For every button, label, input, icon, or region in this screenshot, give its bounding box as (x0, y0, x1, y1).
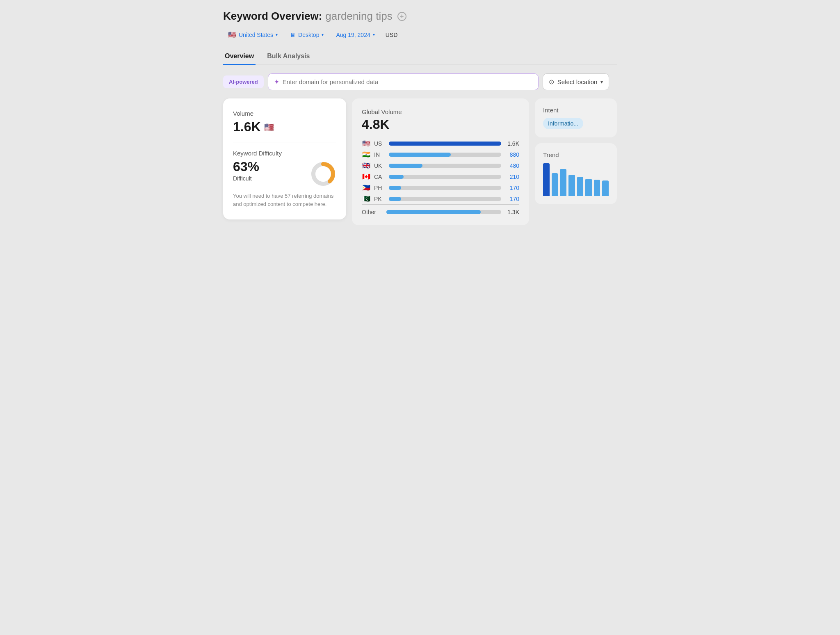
trend-bar-4 (577, 177, 584, 196)
bar-fill-PH (389, 186, 401, 190)
country-volume-CA: 210 (504, 174, 519, 180)
volume-flag: 🇺🇸 (264, 122, 274, 132)
country-volume-PK: 170 (504, 196, 519, 202)
country-code-PK: PK (374, 196, 386, 202)
bar-container-US (389, 142, 501, 146)
kd-donut-chart (310, 161, 336, 187)
ai-bar: AI-powered ✦ ⊙ Select location ▾ (223, 73, 617, 90)
country-flag-PK: 🇵🇰 (362, 195, 371, 203)
intent-label: Intent (543, 107, 609, 114)
volume-label: Volume (233, 110, 336, 117)
country-code-UK: UK (374, 162, 386, 169)
country-row: 🇮🇳 IN 880 (362, 151, 519, 158)
device-filter-button[interactable]: 🖥 Desktop ▾ (285, 29, 329, 41)
trend-bar-3 (568, 175, 575, 196)
country-flag-CA: 🇨🇦 (362, 173, 371, 180)
country-volume-PH: 170 (504, 185, 519, 191)
domain-input-wrapper[interactable]: ✦ (268, 73, 539, 90)
kd-row: 63% Difficult (233, 159, 336, 187)
bar-container-IN (389, 153, 501, 157)
device-chevron-icon: ▾ (322, 32, 324, 37)
country-chevron-icon: ▾ (276, 32, 278, 37)
country-code-CA: CA (374, 174, 386, 180)
country-flag-IN: 🇮🇳 (362, 151, 371, 158)
tab-bulk-analysis[interactable]: Bulk Analysis (265, 48, 311, 65)
bar-fill-CA (389, 175, 404, 179)
trend-bar-2 (560, 169, 566, 196)
global-volume-label: Global Volume (362, 108, 519, 115)
trend-bars (543, 163, 609, 196)
other-volume: 1.3K (504, 209, 519, 215)
sparkle-icon: ✦ (274, 78, 279, 86)
location-chevron-icon: ▾ (600, 79, 603, 85)
country-row: 🇵🇭 PH 170 (362, 184, 519, 192)
country-flag-PH: 🇵🇭 (362, 184, 371, 192)
kd-info: 63% Difficult (233, 159, 303, 182)
country-row: 🇬🇧 UK 480 (362, 162, 519, 169)
location-icon: ⊙ (549, 78, 554, 86)
trend-bar-6 (594, 180, 600, 196)
currency-label: USD (382, 29, 401, 41)
kd-percent: 63% (233, 159, 303, 174)
filter-bar: 🇺🇸 United States ▾ 🖥 Desktop ▾ Aug 19, 2… (223, 28, 617, 41)
intent-badge: Informatio... (543, 118, 583, 129)
country-filter-button[interactable]: 🇺🇸 United States ▾ (223, 28, 283, 41)
location-label: Select location (557, 78, 598, 85)
trend-bar-1 (552, 173, 558, 196)
tab-overview[interactable]: Overview (223, 48, 256, 65)
right-cards: Intent Informatio... Trend (535, 98, 617, 204)
bar-fill-IN (389, 153, 451, 157)
ai-powered-badge: AI-powered (223, 75, 264, 88)
date-filter-button[interactable]: Aug 19, 2024 ▾ (331, 29, 379, 41)
device-icon: 🖥 (290, 32, 296, 38)
title-static-text: Keyword Overview: (223, 10, 322, 23)
date-label: Aug 19, 2024 (336, 32, 370, 38)
device-label: Desktop (298, 32, 319, 38)
country-row: 🇺🇸 US 1.6K (362, 139, 519, 147)
bar-container-PH (389, 186, 501, 190)
country-row: 🇨🇦 CA 210 (362, 173, 519, 180)
kd-label: Keyword Difficulty (233, 150, 336, 157)
other-bar-fill (386, 210, 481, 214)
trend-label: Trend (543, 151, 609, 158)
volume-value: 1.6K 🇺🇸 (233, 119, 336, 135)
card-divider (233, 142, 336, 142)
add-keyword-icon[interactable]: + (397, 12, 406, 21)
page-title: Keyword Overview: gardening tips + (223, 10, 617, 23)
trend-bar-0 (543, 163, 550, 196)
country-code-PH: PH (374, 185, 386, 191)
country-volume-IN: 880 (504, 151, 519, 158)
volume-kd-card: Volume 1.6K 🇺🇸 Keyword Difficulty 63% Di… (223, 98, 346, 219)
other-bar-container (386, 210, 501, 214)
country-rows: 🇺🇸 US 1.6K 🇮🇳 IN 880 🇬🇧 UK 480 🇨🇦 CA (362, 139, 519, 203)
country-label: United States (239, 32, 273, 38)
country-code-IN: IN (374, 151, 386, 158)
keyword-text: gardening tips (325, 10, 392, 23)
bar-fill-PK (389, 197, 401, 201)
cards-row: Volume 1.6K 🇺🇸 Keyword Difficulty 63% Di… (223, 98, 617, 225)
global-volume-value: 4.8K (362, 117, 519, 132)
trend-bar-5 (585, 179, 592, 196)
intent-card: Intent Informatio... (535, 98, 617, 137)
bar-container-UK (389, 164, 501, 168)
location-select-button[interactable]: ⊙ Select location ▾ (543, 73, 609, 90)
bar-fill-UK (389, 164, 422, 168)
bar-container-PK (389, 197, 501, 201)
country-code-US: US (374, 140, 386, 147)
kd-description: You will need to have 57 referring domai… (233, 192, 336, 208)
trend-bar-7 (602, 180, 609, 196)
country-volume-US: 1.6K (504, 140, 519, 147)
other-row: Other 1.3K (362, 204, 519, 215)
other-label: Other (362, 209, 383, 215)
country-row: 🇵🇰 PK 170 (362, 195, 519, 203)
date-chevron-icon: ▾ (373, 32, 375, 37)
domain-input[interactable] (283, 78, 532, 85)
country-flag: 🇺🇸 (228, 31, 236, 39)
global-volume-card: Global Volume 4.8K 🇺🇸 US 1.6K 🇮🇳 IN 880 … (352, 98, 529, 225)
country-volume-UK: 480 (504, 162, 519, 169)
bar-container-CA (389, 175, 501, 179)
tabs-bar: Overview Bulk Analysis (223, 48, 617, 65)
trend-card: Trend (535, 143, 617, 204)
country-flag-US: 🇺🇸 (362, 139, 371, 147)
kd-level: Difficult (233, 175, 303, 182)
